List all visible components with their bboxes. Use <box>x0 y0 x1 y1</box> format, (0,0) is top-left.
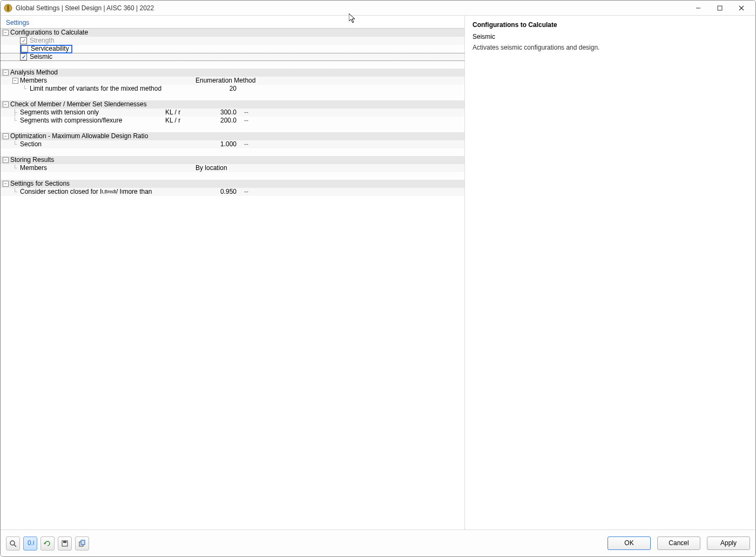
value-analysis-members[interactable]: Enumeration Method <box>195 77 266 85</box>
collapse-icon[interactable]: − <box>3 133 9 139</box>
section-analysis[interactable]: − Analysis Method <box>1 69 464 77</box>
label-limit: Limit number of variants for the mixed m… <box>30 85 163 93</box>
section-settings-sections[interactable]: − Settings for Sections <box>1 180 464 188</box>
svg-rect-13 <box>81 540 85 545</box>
label-closed: Consider section closed for It,Bredt / I… <box>20 188 163 196</box>
tool-copy-button[interactable] <box>75 536 89 551</box>
section-configurations[interactable]: − Configurations to Calculate <box>1 29 464 37</box>
checkbox-serviceability[interactable] <box>21 45 28 52</box>
row-compression[interactable]: └ Segments with compression/flexure KL /… <box>1 117 464 125</box>
collapse-icon[interactable]: − <box>3 101 9 107</box>
row-storing-members[interactable]: └ Members By location <box>1 164 464 172</box>
description-panel: Configurations to Calculate Seismic Acti… <box>465 16 755 529</box>
label-strength: Strength <box>30 37 54 45</box>
section-storing[interactable]: − Storing Results <box>1 156 464 164</box>
section-slenderness[interactable]: − Check of Member / Member Set Slenderne… <box>1 100 464 108</box>
collapse-icon[interactable]: − <box>3 30 9 36</box>
row-strength[interactable]: Strength <box>1 37 464 45</box>
row-section-ratio[interactable]: └ Section 1.000 -- <box>1 140 464 148</box>
tool-save-button[interactable] <box>58 536 72 551</box>
checkbox-seismic[interactable] <box>20 53 27 60</box>
row-serviceability[interactable]: Serviceability <box>1 45 464 53</box>
collapse-icon[interactable]: − <box>3 181 9 187</box>
label-members: Members <box>20 77 163 85</box>
section-optimization[interactable]: − Optimization - Maximum Allowable Desig… <box>1 132 464 140</box>
svg-point-6 <box>10 541 15 545</box>
row-seismic[interactable]: Seismic <box>1 53 464 61</box>
value-closed[interactable]: 0.950 <box>195 188 244 196</box>
collapse-icon[interactable]: − <box>3 70 9 76</box>
value-section[interactable]: 1.000 <box>195 140 244 148</box>
settings-tree-panel: Settings − Configurations to Calculate S… <box>1 16 465 529</box>
svg-marker-9 <box>44 542 45 545</box>
collapse-icon[interactable]: − <box>3 157 9 163</box>
highlight-serviceability: Serviceability <box>20 45 72 53</box>
window-title: Global Settings | Steel Design | AISC 36… <box>16 4 154 12</box>
svg-rect-11 <box>63 541 66 543</box>
label-compression: Segments with compression/flexure <box>20 117 163 125</box>
value-limit[interactable]: 20 <box>195 85 244 93</box>
svg-rect-3 <box>718 6 722 10</box>
row-analysis-members[interactable]: − Members Enumeration Method <box>1 77 464 85</box>
desc-title: Configurations to Calculate <box>473 21 748 29</box>
bottom-toolbar: 0.00 OK Cancel Apply <box>1 529 755 556</box>
maximize-button[interactable] <box>709 1 731 16</box>
unit-tension: -- <box>244 108 266 117</box>
label-serviceability: Serviceability <box>31 45 69 53</box>
label-tension: Segments with tension only <box>20 108 163 117</box>
apply-button[interactable]: Apply <box>707 536 750 550</box>
value-tension[interactable]: 300.0 <box>195 108 244 117</box>
unit-section: -- <box>244 140 266 148</box>
symbol-compression: KL / r <box>163 117 195 125</box>
row-limit-variants[interactable]: └ Limit number of variants for the mixed… <box>1 85 464 93</box>
title-bar: Global Settings | Steel Design | AISC 36… <box>1 1 755 16</box>
svg-line-7 <box>14 545 16 547</box>
value-compression[interactable]: 200.0 <box>195 117 244 125</box>
minimize-button[interactable] <box>687 1 709 16</box>
tool-search-button[interactable] <box>6 536 20 551</box>
value-storing-members[interactable]: By location <box>195 164 266 172</box>
tool-units-button[interactable]: 0.00 <box>23 536 37 551</box>
symbol-tension: KL / r <box>163 108 195 117</box>
desc-subtitle: Seismic <box>473 33 748 40</box>
desc-text: Activates seismic configurations and des… <box>473 44 748 51</box>
tool-refresh-button[interactable] <box>40 536 55 551</box>
row-closed-section[interactable]: └ Consider section closed for It,Bredt /… <box>1 188 464 196</box>
label-seismic: Seismic <box>30 53 52 61</box>
svg-rect-1 <box>7 5 9 11</box>
label-storing-members: Members <box>20 164 163 172</box>
app-icon <box>4 4 12 12</box>
cancel-button[interactable]: Cancel <box>657 536 700 550</box>
ok-button[interactable]: OK <box>608 536 651 550</box>
settings-panel-title: Settings <box>1 16 464 29</box>
collapse-icon[interactable]: − <box>12 78 18 84</box>
label-section: Section <box>20 140 163 148</box>
close-button[interactable] <box>731 1 752 16</box>
row-tension[interactable]: ├ Segments with tension only KL / r 300.… <box>1 108 464 117</box>
svg-text:0.00: 0.00 <box>28 540 34 547</box>
unit-compression: -- <box>244 117 266 125</box>
checkbox-strength <box>20 37 27 44</box>
unit-closed: -- <box>244 188 266 196</box>
